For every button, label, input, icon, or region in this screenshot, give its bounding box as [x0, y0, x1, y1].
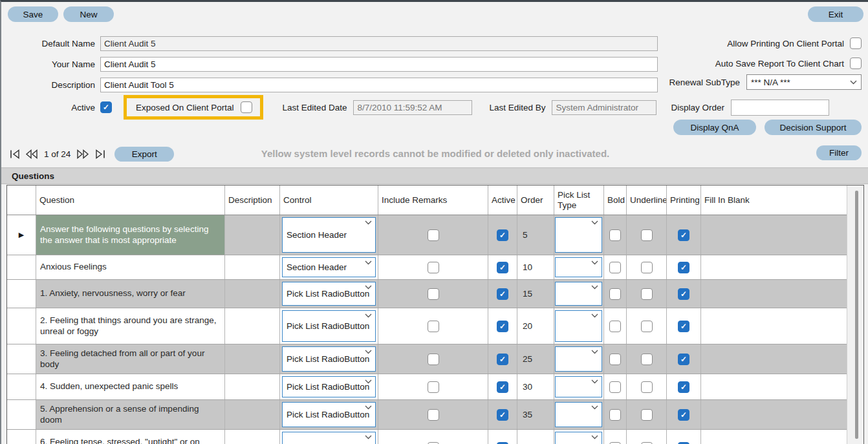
- bold-checkbox[interactable]: [609, 409, 621, 421]
- include-remarks-checkbox[interactable]: [428, 321, 439, 332]
- underline-checkbox[interactable]: [641, 229, 653, 241]
- question-cell[interactable]: 4. Sudden, unexpected panic spells: [36, 374, 225, 399]
- bold-checkbox[interactable]: [609, 321, 621, 332]
- question-cell[interactable]: 5. Apprehension or a sense of impending …: [36, 400, 225, 429]
- include-remarks-checkbox[interactable]: [428, 381, 439, 393]
- pick-list-type-dropdown[interactable]: [555, 402, 602, 427]
- row-active-checkbox[interactable]: [497, 288, 508, 300]
- active-checkbox[interactable]: [100, 101, 112, 113]
- underline-checkbox[interactable]: [641, 442, 653, 444]
- row-selector-cell[interactable]: [7, 255, 36, 279]
- printing-checkbox[interactable]: [678, 442, 689, 444]
- row-selector-cell[interactable]: [7, 344, 36, 374]
- row-selector-cell[interactable]: [7, 430, 36, 444]
- underline-checkbox[interactable]: [641, 409, 653, 421]
- fill-in-blank-cell[interactable]: [701, 374, 847, 399]
- row-active-checkbox[interactable]: [497, 229, 508, 241]
- row-active-checkbox[interactable]: [497, 321, 508, 332]
- pick-list-type-dropdown[interactable]: [555, 376, 602, 397]
- underline-checkbox[interactable]: [641, 381, 653, 393]
- fill-in-blank-cell[interactable]: [701, 255, 847, 279]
- printing-checkbox[interactable]: [678, 354, 689, 365]
- include-remarks-checkbox[interactable]: [428, 288, 439, 300]
- bold-checkbox[interactable]: [609, 262, 621, 273]
- order-cell[interactable]: 35: [517, 400, 554, 429]
- pick-list-type-dropdown[interactable]: [555, 257, 602, 277]
- scrollbar-thumb[interactable]: [855, 191, 858, 439]
- bold-checkbox[interactable]: [609, 381, 621, 393]
- underline-checkbox[interactable]: [641, 321, 653, 332]
- printing-checkbox[interactable]: [678, 229, 689, 241]
- auto-save-checkbox[interactable]: [850, 58, 862, 69]
- row-selector-cell[interactable]: [7, 374, 36, 399]
- underline-checkbox[interactable]: [641, 262, 653, 273]
- question-cell[interactable]: Anxious Feelings: [36, 255, 225, 279]
- order-cell[interactable]: 15: [517, 280, 554, 308]
- description-cell[interactable]: [225, 215, 280, 255]
- control-dropdown[interactable]: Section Header: [282, 257, 376, 277]
- description-field[interactable]: Client Audit Tool 5: [100, 78, 658, 92]
- bold-checkbox[interactable]: [609, 288, 621, 300]
- control-dropdown[interactable]: Pick List RadioButton: [282, 432, 376, 444]
- pick-list-type-dropdown[interactable]: [555, 310, 602, 342]
- bold-checkbox[interactable]: [609, 442, 621, 444]
- fill-in-blank-cell[interactable]: [701, 215, 847, 255]
- row-active-checkbox[interactable]: [497, 262, 508, 273]
- include-remarks-checkbox[interactable]: [428, 262, 439, 273]
- row-active-checkbox[interactable]: [497, 354, 508, 365]
- pick-list-type-dropdown[interactable]: [555, 217, 602, 253]
- row-active-checkbox[interactable]: [497, 409, 508, 421]
- control-dropdown[interactable]: Pick List RadioButton: [282, 376, 376, 397]
- question-cell[interactable]: 1. Anxiety, nervousness, worry or fear: [36, 280, 225, 308]
- printing-checkbox[interactable]: [678, 409, 689, 421]
- vertical-scrollbar[interactable]: [847, 185, 863, 444]
- display-qna-button[interactable]: Display QnA: [673, 120, 756, 135]
- printing-checkbox[interactable]: [678, 262, 689, 273]
- allow-printing-checkbox[interactable]: [850, 37, 862, 49]
- fill-in-blank-cell[interactable]: [701, 430, 847, 444]
- include-remarks-checkbox[interactable]: [428, 409, 439, 421]
- renewal-subtype-dropdown[interactable]: *** N/A ***: [746, 74, 862, 90]
- control-dropdown[interactable]: Pick List RadioButton: [282, 310, 376, 342]
- description-cell[interactable]: [225, 400, 280, 429]
- row-selector-cell[interactable]: [7, 280, 36, 308]
- row-active-checkbox[interactable]: [497, 381, 508, 393]
- your-name-field[interactable]: Client Audit 5: [100, 57, 658, 72]
- description-cell[interactable]: [225, 308, 280, 344]
- order-cell[interactable]: 40: [517, 430, 554, 444]
- row-selector-cell[interactable]: [7, 400, 36, 429]
- decision-support-button[interactable]: Decision Support: [765, 120, 862, 135]
- exit-button[interactable]: Exit: [808, 6, 863, 22]
- question-cell[interactable]: 2. Feeling that things around you are st…: [36, 308, 225, 344]
- fill-in-blank-cell[interactable]: [701, 400, 847, 429]
- order-cell[interactable]: 30: [517, 374, 554, 399]
- save-button[interactable]: Save: [8, 6, 58, 22]
- description-cell[interactable]: [225, 280, 280, 308]
- question-cell[interactable]: 3. Feeling detached from all or part of …: [36, 344, 225, 374]
- control-dropdown[interactable]: Pick List RadioButton: [282, 346, 376, 372]
- description-cell[interactable]: [225, 374, 280, 399]
- fill-in-blank-cell[interactable]: [701, 280, 847, 308]
- printing-checkbox[interactable]: [678, 288, 689, 300]
- exposed-checkbox[interactable]: [241, 101, 252, 113]
- bold-checkbox[interactable]: [609, 229, 621, 241]
- bold-checkbox[interactable]: [609, 354, 621, 365]
- order-cell[interactable]: 25: [517, 344, 554, 374]
- include-remarks-checkbox[interactable]: [428, 229, 439, 241]
- underline-checkbox[interactable]: [641, 354, 653, 365]
- question-cell[interactable]: Answer the following questions by select…: [36, 215, 225, 255]
- control-dropdown[interactable]: Pick List RadioButton: [282, 282, 376, 306]
- pick-list-type-dropdown[interactable]: [555, 432, 602, 444]
- fill-in-blank-cell[interactable]: [701, 344, 847, 374]
- printing-checkbox[interactable]: [678, 381, 689, 393]
- control-dropdown[interactable]: Section Header: [282, 217, 376, 253]
- question-cell[interactable]: 6. Feeling tense, stressed, "uptight" or…: [36, 430, 225, 444]
- include-remarks-checkbox[interactable]: [428, 354, 439, 365]
- new-button[interactable]: New: [63, 6, 114, 22]
- row-active-checkbox[interactable]: [497, 442, 508, 444]
- description-cell[interactable]: [225, 255, 280, 279]
- pick-list-type-dropdown[interactable]: [555, 346, 602, 372]
- filter-button[interactable]: Filter: [816, 145, 862, 160]
- include-remarks-checkbox[interactable]: [428, 442, 439, 444]
- printing-checkbox[interactable]: [678, 321, 689, 332]
